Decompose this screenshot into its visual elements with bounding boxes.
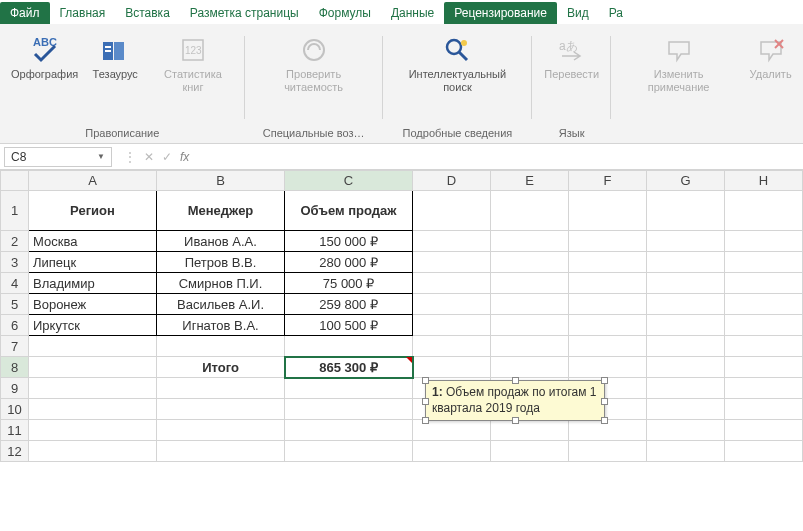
tab-insert[interactable]: Вставка (115, 2, 180, 24)
cell-h12[interactable] (725, 441, 803, 462)
spellcheck-button[interactable]: ABC Орфография (6, 32, 83, 83)
col-head-b[interactable]: B (157, 171, 285, 191)
cell-g12[interactable] (647, 441, 725, 462)
cell-c9[interactable] (285, 378, 413, 399)
resize-handle[interactable] (422, 398, 429, 405)
tab-data[interactable]: Данные (381, 2, 444, 24)
cell-a5[interactable]: Воронеж (29, 294, 157, 315)
cell-e5[interactable] (491, 294, 569, 315)
cell-f5[interactable] (569, 294, 647, 315)
cell-g5[interactable] (647, 294, 725, 315)
cell-g8[interactable] (647, 357, 725, 378)
cell-g11[interactable] (647, 420, 725, 441)
col-head-h[interactable]: H (725, 171, 803, 191)
cell-a7[interactable] (29, 336, 157, 357)
smartlookup-button[interactable]: Интеллектуальный поиск (389, 32, 527, 96)
cell-g1[interactable] (647, 191, 725, 231)
cell-f3[interactable] (569, 252, 647, 273)
cell-c10[interactable] (285, 399, 413, 420)
row-head-7[interactable]: 7 (1, 336, 29, 357)
cell-f1[interactable] (569, 191, 647, 231)
cell-a6[interactable]: Иркутск (29, 315, 157, 336)
cell-b6[interactable]: Игнатов В.А. (157, 315, 285, 336)
cell-a8[interactable] (29, 357, 157, 378)
cell-c2[interactable]: 150 000 ₽ (285, 231, 413, 252)
cell-b4[interactable]: Смирнов П.И. (157, 273, 285, 294)
cell-b2[interactable]: Иванов А.А. (157, 231, 285, 252)
cell-b12[interactable] (157, 441, 285, 462)
cell-c12[interactable] (285, 441, 413, 462)
col-head-f[interactable]: F (569, 171, 647, 191)
cell-e6[interactable] (491, 315, 569, 336)
cell-b5[interactable]: Васильев А.И. (157, 294, 285, 315)
cell-c6[interactable]: 100 500 ₽ (285, 315, 413, 336)
cell-d1[interactable] (413, 191, 491, 231)
col-head-c[interactable]: C (285, 171, 413, 191)
cell-g7[interactable] (647, 336, 725, 357)
cell-h4[interactable] (725, 273, 803, 294)
cell-d12[interactable] (413, 441, 491, 462)
cell-f7[interactable] (569, 336, 647, 357)
cell-e3[interactable] (491, 252, 569, 273)
col-head-e[interactable]: E (491, 171, 569, 191)
row-head-2[interactable]: 2 (1, 231, 29, 252)
cell-d2[interactable] (413, 231, 491, 252)
tab-ra[interactable]: Ра (599, 2, 633, 24)
name-box[interactable]: C8 ▼ (4, 147, 112, 167)
cell-h7[interactable] (725, 336, 803, 357)
cell-b7[interactable] (157, 336, 285, 357)
row-head-9[interactable]: 9 (1, 378, 29, 399)
cell-c11[interactable] (285, 420, 413, 441)
resize-handle[interactable] (601, 398, 608, 405)
tab-review[interactable]: Рецензирование (444, 2, 557, 24)
cell-g6[interactable] (647, 315, 725, 336)
cell-f8[interactable] (569, 357, 647, 378)
resize-handle[interactable] (601, 417, 608, 424)
cell-a9[interactable] (29, 378, 157, 399)
cell-f4[interactable] (569, 273, 647, 294)
cell-e8[interactable] (491, 357, 569, 378)
cell-f6[interactable] (569, 315, 647, 336)
cell-h5[interactable] (725, 294, 803, 315)
cell-h9[interactable] (725, 378, 803, 399)
col-head-d[interactable]: D (413, 171, 491, 191)
row-head-4[interactable]: 4 (1, 273, 29, 294)
cell-d3[interactable] (413, 252, 491, 273)
cell-h10[interactable] (725, 399, 803, 420)
row-head-5[interactable]: 5 (1, 294, 29, 315)
cell-h11[interactable] (725, 420, 803, 441)
resize-handle[interactable] (512, 377, 519, 384)
cell-b10[interactable] (157, 399, 285, 420)
resize-handle[interactable] (601, 377, 608, 384)
row-head-6[interactable]: 6 (1, 315, 29, 336)
resize-handle[interactable] (512, 417, 519, 424)
cell-d7[interactable] (413, 336, 491, 357)
formula-input[interactable] (197, 147, 803, 167)
cell-e7[interactable] (491, 336, 569, 357)
cell-a2[interactable]: Москва (29, 231, 157, 252)
cell-f2[interactable] (569, 231, 647, 252)
cell-e12[interactable] (491, 441, 569, 462)
cell-h6[interactable] (725, 315, 803, 336)
cell-b3[interactable]: Петров В.В. (157, 252, 285, 273)
cell-d8[interactable] (413, 357, 491, 378)
cell-a10[interactable] (29, 399, 157, 420)
cell-h2[interactable] (725, 231, 803, 252)
cell-a11[interactable] (29, 420, 157, 441)
row-head-1[interactable]: 1 (1, 191, 29, 231)
grid[interactable]: A B C D E F G H 1 Регион Менеджер Объем … (0, 170, 803, 462)
cell-b9[interactable] (157, 378, 285, 399)
row-head-8[interactable]: 8 (1, 357, 29, 378)
cell-b8[interactable]: Итого (157, 357, 285, 378)
cell-g10[interactable] (647, 399, 725, 420)
cell-a4[interactable]: Владимир (29, 273, 157, 294)
fb-cancel-icon[interactable]: ✕ (144, 150, 154, 164)
thesaurus-button[interactable]: Тезаурус (87, 32, 143, 83)
cell-c4[interactable]: 75 000 ₽ (285, 273, 413, 294)
cell-g3[interactable] (647, 252, 725, 273)
tab-formulas[interactable]: Формулы (309, 2, 381, 24)
cell-g4[interactable] (647, 273, 725, 294)
cell-e2[interactable] (491, 231, 569, 252)
comment-box[interactable]: 1: Объем продаж по итогам 1 квартала 201… (425, 380, 605, 421)
cell-b11[interactable] (157, 420, 285, 441)
